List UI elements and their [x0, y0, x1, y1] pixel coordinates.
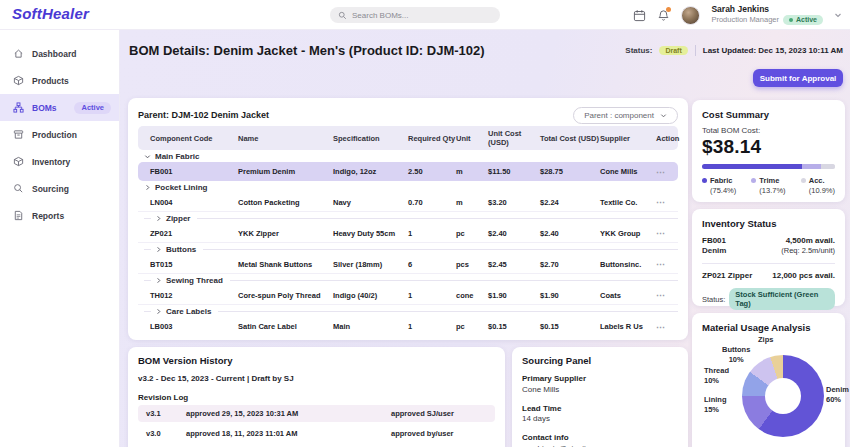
- hierarchy-icon: [13, 102, 24, 113]
- document-icon: [13, 210, 24, 221]
- row-actions-ellipsis-icon[interactable]: ⋯: [656, 197, 678, 207]
- group-row-care-labels[interactable]: Care Labels: [138, 305, 678, 317]
- inventory-status-title: Inventory Status: [702, 218, 835, 229]
- legend-item: Trime (13.7%): [751, 176, 785, 195]
- chevron-down-icon: [144, 153, 151, 160]
- search-icon: [13, 183, 24, 194]
- chevron-right-icon: [155, 308, 162, 315]
- legend-item: Fabric (75.4%): [702, 176, 736, 195]
- parent-label: Parent: DJM-102 Denim Jacket: [138, 110, 269, 120]
- parent-component-dropdown[interactable]: Parent : component: [573, 107, 678, 124]
- bell-icon[interactable]: [657, 9, 670, 22]
- group-row-zipper[interactable]: Zipper: [138, 212, 678, 224]
- material-usage-card: Material Usage Analysis Zips Buttons 10%…: [692, 313, 845, 447]
- chevron-right-icon: [155, 246, 162, 253]
- calendar-icon[interactable]: [633, 9, 646, 22]
- search-bar[interactable]: [330, 7, 500, 23]
- cost-bar: [702, 164, 835, 169]
- legend-dot: [702, 178, 707, 183]
- user-role: Production Manager: [711, 16, 779, 25]
- donut-chart: Zips Buttons 10% Thread 10% Lining 15% D…: [702, 333, 835, 447]
- table-row[interactable]: ZP021 YKK Zipper Heavy Duty 55cm 1 pc $2…: [138, 224, 678, 243]
- current-version-line: v3.2 - Dec 15, 2023 - Current | Draft by…: [138, 374, 495, 383]
- sourcing-panel-title: Sourcing Panel: [522, 355, 678, 366]
- chevron-down-icon: [660, 112, 667, 119]
- sidebar: Dashboard Products BOMs Active Productio…: [0, 30, 120, 447]
- donut-label: Denim 60%: [826, 385, 849, 405]
- notification-dot: [666, 7, 671, 12]
- page-title: BOM Details: Denim Jacket - Men's (Produ…: [129, 43, 485, 58]
- revision-row[interactable]: v3.0 approved 18, 11, 2023 11:01 AM appr…: [138, 425, 495, 442]
- search-icon: [338, 11, 347, 20]
- material-usage-title: Material Usage Analysis: [702, 322, 835, 333]
- home-icon: [13, 48, 24, 59]
- version-history-title: BOM Version History: [138, 355, 495, 366]
- table-row[interactable]: LB003 Satin Care Label Main 1 pc $0.15 $…: [138, 317, 678, 336]
- sidebar-item-boms[interactable]: BOMs Active: [0, 94, 119, 121]
- row-actions-ellipsis-icon[interactable]: ⋯: [656, 228, 678, 238]
- avatar[interactable]: [681, 6, 700, 25]
- group-row-buttons[interactable]: Buttons: [138, 243, 678, 255]
- sidebar-item-reports[interactable]: Reports: [0, 202, 119, 229]
- version-history-card: BOM Version History v3.2 - Dec 15, 2023 …: [128, 347, 505, 447]
- group-row-main-fabric[interactable]: Main Fabric: [138, 150, 678, 162]
- inventory-item: ZP021 Zipper 12,000 pcs avail.: [702, 271, 835, 281]
- donut-label: Buttons 10%: [722, 345, 750, 365]
- donut-hole: [765, 378, 801, 414]
- sidebar-item-dashboard[interactable]: Dashboard: [0, 40, 119, 67]
- archive-icon: [13, 129, 24, 140]
- status-badge: Draft: [659, 46, 687, 55]
- status-label: Status:: [625, 46, 652, 55]
- status-dot: [789, 18, 793, 22]
- topbar: SoftHealer Sarah Jenkins Production Mana…: [0, 0, 850, 30]
- donut-label: Zips: [758, 335, 773, 345]
- group-row-sewing-thread[interactable]: Sewing Thread: [138, 274, 678, 286]
- donut-label: Lining 15%: [704, 395, 727, 415]
- group-row-pocket-lining[interactable]: Pocket Lining: [138, 181, 678, 193]
- box-icon: [13, 75, 24, 86]
- inventory-item: FB001 Denim 4,500m avail. (Req: 2.5m/uni…: [702, 236, 835, 257]
- status-row: Status: Draft Last Updated: Dec 15, 2023…: [625, 45, 843, 56]
- user-status-badge: Active: [783, 15, 823, 25]
- cost-summary-card: Cost Summary Total BOM Cost: $38.14 Fabr…: [692, 100, 845, 202]
- revision-row[interactable]: v3.1 approved 29, 15, 2023 10:31 AM appr…: [138, 405, 495, 422]
- chevron-right-icon: [155, 277, 162, 284]
- inventory-status-card: Inventory Status FB001 Denim 4,500m avai…: [692, 209, 845, 306]
- table-row[interactable]: BT015 Metal Shank Buttons Silver (18mm) …: [138, 255, 678, 274]
- bom-table-card: Parent: DJM-102 Denim Jacket Parent : co…: [128, 98, 688, 340]
- legend-dot: [751, 178, 756, 183]
- sourcing-field: Primary Supplier Cone Mills: [522, 374, 678, 396]
- table-row[interactable]: FB001 Premium Denim Indigo, 12oz 2.50 m …: [138, 162, 678, 181]
- chevron-right-icon: [144, 184, 151, 191]
- row-actions-ellipsis-icon[interactable]: ⋯: [656, 290, 678, 300]
- submit-for-approval-button[interactable]: Submit for Approval: [753, 69, 843, 87]
- sidebar-item-inventory[interactable]: Inventory: [0, 148, 119, 175]
- sidebar-item-sourcing[interactable]: Sourcing: [0, 175, 119, 202]
- row-actions-ellipsis-icon[interactable]: ⋯: [656, 322, 678, 332]
- total-bom-cost-label: Total BOM Cost:: [702, 126, 835, 135]
- cube-icon: [13, 156, 24, 167]
- usage-donut: [742, 355, 824, 437]
- chevron-down-icon[interactable]: [834, 11, 842, 19]
- chevron-right-icon: [155, 215, 162, 222]
- divider: [702, 263, 835, 264]
- stock-status-badge: Stock Sufficient (Green Tag): [729, 288, 835, 310]
- sourcing-panel-card: Sourcing Panel Primary Supplier Cone Mil…: [512, 347, 688, 447]
- sidebar-item-production[interactable]: Production: [0, 121, 119, 148]
- table-row[interactable]: TH012 Core-spun Poly Thread Indigo (40/2…: [138, 286, 678, 305]
- total-bom-cost-value: $38.14: [702, 136, 835, 158]
- donut-label: Thread 10%: [704, 366, 729, 386]
- search-input[interactable]: [352, 11, 492, 20]
- revision-log-label: Revision Log: [138, 393, 495, 402]
- sidebar-item-products[interactable]: Products: [0, 67, 119, 94]
- sourcing-field: Lead Time 14 days: [522, 404, 678, 426]
- row-actions-ellipsis-icon[interactable]: ⋯: [656, 259, 678, 269]
- sourcing-field: Contact info sarahjenin@gioajis.com: [522, 433, 678, 447]
- table-row[interactable]: LN004 Cotton Packeting Navy 0.70 m $3.20…: [138, 193, 678, 212]
- user-name: Sarah Jenkins: [711, 5, 823, 15]
- row-actions-ellipsis-icon[interactable]: ⋯: [656, 167, 678, 177]
- app-logo: SoftHealer: [12, 5, 89, 22]
- divider: [695, 45, 696, 56]
- main-content: BOM Details: Denim Jacket - Men's (Produ…: [120, 30, 850, 447]
- user-info: Sarah Jenkins Production Manager Active: [711, 5, 823, 26]
